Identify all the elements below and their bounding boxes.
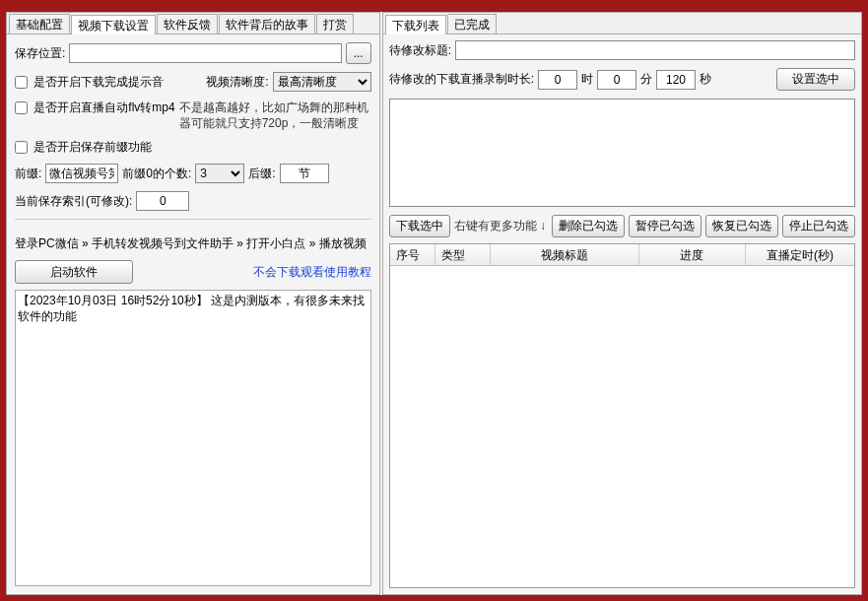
hours-input[interactable]	[538, 70, 577, 90]
left-tabs: 基础配置 视频下载设置 软件反馈 软件背后的故事 打赏	[7, 13, 379, 34]
title-bar	[0, 0, 868, 12]
tab-completed[interactable]: 已完成	[447, 14, 497, 33]
chk-flv-label[interactable]: 是否开启直播自动flv转mp4	[15, 100, 175, 116]
prefix0-label: 前缀0的个数:	[122, 166, 191, 182]
tab-donate[interactable]: 打赏	[316, 14, 354, 33]
clarity-label: 视频清晰度:	[206, 74, 268, 91]
col-progress[interactable]: 进度	[639, 244, 746, 265]
chk-prefix-text: 是否开启保存前缀功能	[33, 140, 152, 154]
pause-selected-button[interactable]: 暂停已勾选	[629, 215, 701, 237]
minutes-input[interactable]	[597, 70, 636, 90]
tab-story[interactable]: 软件背后的故事	[219, 14, 315, 33]
title-label: 待修改标题:	[389, 42, 451, 59]
save-location-label: 保存位置:	[15, 45, 65, 62]
chk-flv[interactable]	[15, 101, 28, 114]
chk-sound-label[interactable]: 是否开启下载完成提示音	[15, 74, 164, 91]
minutes-unit: 分	[640, 71, 652, 88]
right-pane: 下载列表 已完成 待修改标题: 待修改的下载直播录制时长: 时 分 秒	[382, 12, 862, 595]
chk-sound-text: 是否开启下载完成提示音	[33, 75, 164, 89]
content-area: 基础配置 视频下载设置 软件反馈 软件背后的故事 打赏 保存位置: ... 是否…	[6, 12, 862, 595]
stop-selected-button[interactable]: 停止已勾选	[782, 215, 855, 237]
prefix-label: 前缀:	[15, 166, 41, 182]
chk-flv-text: 是否开启直播自动flv转mp4	[33, 100, 174, 114]
tab-basic-config[interactable]: 基础配置	[9, 14, 70, 33]
tab-feedback[interactable]: 软件反馈	[157, 14, 218, 33]
chk-prefix[interactable]	[15, 141, 28, 154]
tab-download-list[interactable]: 下载列表	[385, 15, 446, 34]
download-selected-button[interactable]: 下载选中	[389, 215, 450, 237]
log-box[interactable]: 【2023年10月03日 16时52分10秒】 这是内测版本，有很多未来找软件的…	[15, 290, 371, 586]
set-selected-button[interactable]: 设置选中	[776, 68, 855, 91]
delete-selected-button[interactable]: 删除已勾选	[552, 215, 625, 237]
separator	[15, 219, 371, 220]
tab-download-settings[interactable]: 视频下载设置	[71, 15, 156, 34]
prefix0-select[interactable]: 3	[195, 164, 244, 183]
clarity-hint: 不是越高越好，比如广场舞的那种机器可能就只支持720p，一般清晰度	[179, 100, 371, 131]
title-input[interactable]	[455, 40, 855, 60]
col-type[interactable]: 类型	[435, 244, 491, 265]
suffix-label: 后缀:	[248, 166, 275, 182]
chk-sound[interactable]	[15, 76, 28, 89]
duration-label: 待修改的下载直播录制时长:	[389, 71, 534, 88]
browse-button[interactable]: ...	[346, 42, 371, 64]
prefix-input[interactable]	[45, 164, 118, 183]
index-label: 当前保存索引(可修改):	[15, 193, 132, 210]
start-button[interactable]: 启动软件	[15, 260, 133, 284]
help-link[interactable]: 不会下载观看使用教程	[253, 264, 371, 281]
resume-selected-button[interactable]: 恢复已勾选	[705, 215, 778, 237]
clarity-select[interactable]: 最高清晰度	[273, 72, 371, 92]
right-tabs: 下载列表 已完成	[383, 13, 861, 34]
seconds-unit: 秒	[700, 71, 711, 88]
rightclick-hint: 右键有更多功能 ↓	[454, 218, 546, 234]
download-buttons-row: 下载选中 右键有更多功能 ↓ 删除已勾选 暂停已勾选 恢复已勾选 停止已勾选	[389, 215, 855, 237]
save-location-input[interactable]	[69, 43, 341, 63]
col-title[interactable]: 视频标题	[491, 244, 639, 265]
col-index[interactable]: 序号	[390, 244, 435, 265]
left-pane: 基础配置 视频下载设置 软件反馈 软件背后的故事 打赏 保存位置: ... 是否…	[6, 12, 380, 595]
hours-unit: 时	[581, 71, 593, 88]
download-table[interactable]: 序号 类型 视频标题 进度 直播定时(秒)	[389, 243, 855, 588]
window-frame: 基础配置 视频下载设置 软件反馈 软件背后的故事 打赏 保存位置: ... 是否…	[0, 0, 868, 601]
index-input[interactable]	[136, 191, 189, 211]
table-header: 序号 类型 视频标题 进度 直播定时(秒)	[390, 244, 854, 266]
url-textarea[interactable]	[389, 99, 855, 207]
suffix-input[interactable]	[280, 164, 329, 183]
instruction-text: 登录PC微信 » 手机转发视频号到文件助手 » 打开小白点 » 播放视频	[15, 235, 371, 252]
col-timer[interactable]: 直播定时(秒)	[746, 244, 854, 265]
chk-prefix-label[interactable]: 是否开启保存前缀功能	[15, 139, 152, 156]
seconds-input[interactable]	[656, 70, 696, 90]
